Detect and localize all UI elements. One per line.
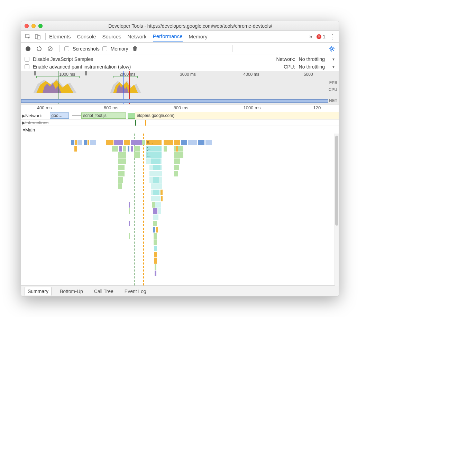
main-lane-label: Main: [25, 127, 35, 133]
flame-chart-container: E… (… (…: [21, 134, 339, 286]
network-request-chip[interactable]: script_foot.js: [81, 112, 126, 119]
overview-window-handle-right[interactable]: [85, 71, 87, 75]
more-tabs-icon[interactable]: »: [308, 34, 314, 40]
separator: [59, 45, 60, 52]
close-icon[interactable]: [25, 24, 29, 28]
timeline-overview[interactable]: 1000 ms 2000 ms 3000 ms 4000 ms 5000 FPS…: [21, 71, 339, 104]
main-tab-strip: Elements Console Sources Network Perform…: [21, 31, 339, 43]
network-throttle-value: No throttling: [299, 56, 325, 62]
cpu-throttle-value: No throttling: [299, 64, 325, 70]
overview-tick: 4000 ms: [244, 72, 259, 77]
flame-bar[interactable]: E…: [146, 140, 162, 145]
panel-tabs: Elements Console Sources Network Perform…: [49, 31, 306, 42]
network-request-chip[interactable]: elopers.google.com): [135, 112, 339, 119]
flame-bar[interactable]: (…: [146, 146, 162, 152]
tab-bottom-up[interactable]: Bottom-Up: [57, 287, 86, 295]
network-throttle-label: Network:: [276, 56, 299, 62]
screenshots-checkbox[interactable]: Screenshots: [64, 46, 100, 52]
interactions-lane[interactable]: ▶ Interactions: [21, 120, 339, 126]
zoom-icon[interactable]: [38, 24, 43, 28]
overview-window-handle-left[interactable]: [34, 71, 36, 75]
svg-point-7: [331, 48, 333, 50]
network-request-chip[interactable]: goo…: [50, 112, 69, 119]
main-lane-header[interactable]: ▼ Main: [21, 126, 339, 134]
network-connector: [72, 115, 82, 116]
cpu-throttle-select[interactable]: No throttling ▼: [299, 64, 335, 70]
record-button[interactable]: [24, 45, 32, 53]
svg-rect-2: [37, 36, 40, 39]
overview-net-label: NET: [329, 98, 337, 103]
tab-performance[interactable]: Performance: [153, 31, 183, 42]
tab-sources[interactable]: Sources: [102, 31, 121, 42]
svg-line-15: [333, 47, 333, 47]
collapse-caret-icon[interactable]: ▼: [22, 127, 25, 133]
paint-instrumentation-checkbox[interactable]: Enable advanced paint instrumentation (s…: [25, 64, 276, 70]
disable-js-label: Disable JavaScript Samples: [33, 56, 93, 62]
flame-bar[interactable]: (…: [146, 152, 162, 158]
overview-tick: 5000: [304, 72, 313, 77]
vertical-scrollbar[interactable]: [335, 134, 339, 286]
flame-chart[interactable]: E… (… (…: [21, 134, 335, 286]
overview-cpu-chart: [21, 78, 328, 93]
minimize-icon[interactable]: [31, 24, 36, 28]
error-badge[interactable]: ✕ 1: [317, 34, 326, 39]
svg-rect-6: [133, 47, 137, 48]
expand-caret-icon[interactable]: ▶: [22, 120, 25, 125]
expand-caret-icon[interactable]: ▶: [22, 113, 25, 118]
svg-line-12: [330, 47, 330, 47]
kebab-menu-icon[interactable]: ⋮: [330, 33, 336, 40]
chevron-down-icon: ▼: [332, 57, 335, 61]
devtools-window: Developer Tools - https://developers.goo…: [21, 21, 339, 297]
traffic-lights: [25, 24, 43, 28]
tab-console[interactable]: Console: [77, 31, 96, 42]
network-lane[interactable]: ▶ Network goo… script_foot.js elopers.go…: [21, 112, 339, 120]
network-throttle-select[interactable]: No throttling ▼: [299, 56, 335, 62]
interactions-lane-label: Interactions: [25, 120, 48, 125]
screenshots-label: Screenshots: [73, 46, 100, 52]
settings-gear-icon[interactable]: [328, 45, 336, 53]
network-request-chip[interactable]: [128, 113, 136, 119]
network-lane-label: Network: [25, 113, 42, 118]
tab-elements[interactable]: Elements: [49, 31, 71, 42]
ruler-tick: 120: [313, 105, 321, 110]
overview-tick: 3000 ms: [180, 72, 196, 77]
interaction-marker: [145, 120, 146, 126]
cpu-throttle-label: CPU:: [276, 64, 299, 70]
ruler-tick: 1000 ms: [244, 105, 261, 110]
memory-checkbox[interactable]: Memory: [102, 46, 128, 52]
detail-ruler[interactable]: 400 ms 600 ms 800 ms 1000 ms 120: [21, 104, 339, 112]
inspect-element-icon[interactable]: [24, 33, 32, 41]
tab-event-log[interactable]: Event Log: [122, 287, 149, 295]
ruler-tick: 600 ms: [104, 105, 119, 110]
tab-memory[interactable]: Memory: [189, 31, 208, 42]
ruler-tick: 400 ms: [37, 105, 52, 110]
checkbox-icon: [102, 46, 107, 51]
window-title: Developer Tools - https://developers.goo…: [45, 23, 335, 29]
separator: [45, 33, 46, 40]
ruler-tick: 800 ms: [174, 105, 189, 110]
device-toolbar-icon[interactable]: [34, 33, 42, 41]
clear-button[interactable]: [46, 45, 54, 53]
memory-label: Memory: [111, 46, 128, 52]
scrollbar-thumb[interactable]: [335, 136, 338, 226]
tab-network[interactable]: Network: [128, 31, 147, 42]
detail-tab-strip: Summary Bottom-Up Call Tree Event Log: [21, 286, 339, 296]
tab-call-tree[interactable]: Call Tree: [91, 287, 116, 295]
checkbox-icon: [25, 64, 29, 69]
paint-instr-label: Enable advanced paint instrumentation (s…: [33, 64, 131, 70]
reload-button[interactable]: [35, 45, 43, 53]
svg-rect-5: [134, 46, 136, 47]
capture-settings: Disable JavaScript Samples Network: No t…: [21, 55, 339, 71]
flame-marker-orange: [143, 134, 144, 285]
garbage-collect-button[interactable]: [131, 45, 139, 53]
tab-summary[interactable]: Summary: [25, 287, 52, 295]
error-count: 1: [323, 34, 326, 39]
interaction-marker: [135, 120, 136, 126]
checkbox-icon: [64, 46, 69, 51]
disable-js-samples-checkbox[interactable]: Disable JavaScript Samples: [25, 56, 276, 62]
svg-line-14: [330, 50, 330, 51]
checkbox-icon: [25, 57, 29, 62]
overview-cpu-label: CPU: [329, 87, 337, 92]
error-icon: ✕: [317, 34, 321, 39]
separator: [232, 45, 232, 52]
